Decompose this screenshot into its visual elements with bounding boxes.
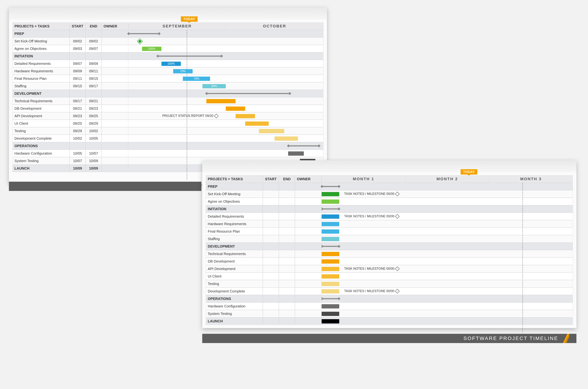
accent-icon bbox=[562, 334, 569, 343]
task-bar[interactable]: 20% bbox=[203, 84, 226, 88]
gantt-cell: 70% bbox=[128, 67, 323, 75]
task-owner bbox=[295, 288, 322, 295]
gantt-cell bbox=[128, 90, 323, 97]
gantt-cell bbox=[322, 310, 573, 317]
task-row[interactable]: System Testing bbox=[206, 310, 573, 317]
section-row[interactable]: PREP bbox=[206, 183, 573, 190]
task-bar[interactable]: 70% bbox=[183, 77, 210, 81]
task-bar[interactable] bbox=[322, 282, 339, 286]
task-end bbox=[86, 142, 102, 150]
task-bar[interactable]: 100% bbox=[142, 47, 161, 51]
task-row[interactable]: Hardware Requirements09/0909/1170% bbox=[12, 67, 323, 75]
task-row[interactable]: Agree on Objectives bbox=[206, 198, 573, 205]
task-row[interactable]: Hardware Configuration10/0510/07 bbox=[12, 150, 323, 157]
milestone-note: TASK NOTES / MILESTONE 00/00 bbox=[344, 267, 399, 271]
task-end: 09/25 bbox=[86, 112, 102, 120]
task-end bbox=[279, 280, 295, 288]
task-name: Development Complete bbox=[206, 288, 263, 295]
task-row[interactable]: Testing09/2910/02 bbox=[12, 127, 323, 135]
task-name: UI Client bbox=[206, 272, 263, 280]
task-bar[interactable] bbox=[322, 252, 339, 256]
section-row[interactable]: PREP bbox=[12, 30, 323, 37]
task-row[interactable]: API DevelopmentTASK NOTES / MILESTONE 00… bbox=[206, 265, 573, 272]
task-bar[interactable] bbox=[322, 274, 339, 279]
task-row[interactable]: Set Kick-Off MeetingTASK NOTES / MILESTO… bbox=[206, 190, 573, 198]
section-row[interactable]: INITIATION bbox=[206, 205, 573, 213]
task-bar[interactable] bbox=[322, 304, 339, 308]
task-row[interactable]: Technical Requirements bbox=[206, 250, 573, 258]
task-name: Hardware Requirements bbox=[206, 220, 263, 228]
task-start: 09/25 bbox=[69, 120, 86, 127]
task-row[interactable]: Hardware Configuration bbox=[206, 302, 573, 310]
task-row[interactable]: UI Client09/2509/29 bbox=[12, 120, 323, 127]
task-bar[interactable] bbox=[322, 267, 339, 271]
gantt-table-1: PROJECTS + TASKSSTARTENDOWNERSEPTEMBEROC… bbox=[12, 22, 323, 172]
task-row[interactable]: Final Resource Plan bbox=[206, 228, 573, 235]
task-end bbox=[279, 272, 295, 280]
task-bar[interactable] bbox=[322, 289, 339, 293]
task-start bbox=[263, 213, 279, 220]
task-row[interactable]: Development CompleteTASK NOTES / MILESTO… bbox=[206, 288, 573, 295]
task-bar[interactable] bbox=[245, 122, 269, 126]
task-bar[interactable] bbox=[322, 214, 339, 219]
task-start bbox=[263, 317, 279, 325]
task-bar[interactable] bbox=[259, 129, 284, 133]
task-bar[interactable] bbox=[288, 151, 304, 156]
gantt-cell bbox=[128, 127, 323, 135]
task-bar[interactable]: 70% bbox=[173, 69, 193, 73]
task-bar[interactable] bbox=[322, 192, 339, 196]
task-row[interactable]: Agree on Objectives09/0309/07100% bbox=[12, 45, 323, 52]
task-start bbox=[263, 310, 279, 317]
task-name: Set Kick-Off Meeting bbox=[206, 190, 263, 198]
section-row[interactable]: DEVELOPMENT bbox=[206, 243, 573, 250]
gantt-cell bbox=[128, 150, 323, 157]
task-start: 09/03 bbox=[69, 45, 86, 52]
task-bar[interactable] bbox=[226, 106, 245, 111]
milestone-icon[interactable] bbox=[137, 39, 142, 44]
task-bar[interactable] bbox=[322, 229, 339, 234]
section-row[interactable]: OPERATIONS bbox=[206, 295, 573, 302]
task-bar[interactable]: 100% bbox=[161, 62, 181, 66]
gantt-cell: TASK NOTES / MILESTONE 00/00 bbox=[322, 288, 573, 295]
task-bar[interactable] bbox=[322, 222, 339, 226]
task-row[interactable]: Detailed RequirementsTASK NOTES / MILEST… bbox=[206, 213, 573, 220]
section-row[interactable]: INITIATION bbox=[12, 52, 323, 60]
task-bar[interactable] bbox=[322, 259, 339, 264]
task-bar[interactable] bbox=[322, 312, 339, 316]
task-row[interactable]: Hardware Requirements bbox=[206, 220, 573, 228]
task-end: 10/07 bbox=[86, 150, 102, 157]
task-end: 09/15 bbox=[86, 75, 102, 82]
task-bar[interactable] bbox=[322, 199, 339, 204]
task-row[interactable]: Staffing09/1509/1720% bbox=[12, 82, 323, 90]
task-bar[interactable] bbox=[322, 319, 339, 324]
task-bar[interactable] bbox=[275, 136, 298, 141]
section-row[interactable]: LAUNCH bbox=[206, 317, 573, 325]
task-start: 10/09 bbox=[69, 164, 86, 172]
task-row[interactable]: Final Resource Plan09/1109/1570% bbox=[12, 75, 323, 82]
section-row[interactable]: DEVELOPMENT bbox=[12, 90, 323, 97]
task-row[interactable]: API Development09/2309/25PROJECT STATUS … bbox=[12, 112, 323, 120]
task-row[interactable]: Detailed Requirements09/0709/09100% bbox=[12, 60, 323, 67]
task-end: 10/09 bbox=[86, 164, 102, 172]
task-row[interactable]: Technical Requirements09/1709/21 bbox=[12, 97, 323, 105]
task-row[interactable]: DB Development bbox=[206, 258, 573, 265]
task-row[interactable]: Development Complete10/0210/05 bbox=[12, 135, 323, 142]
card1-footer-bar bbox=[9, 182, 201, 191]
task-owner bbox=[102, 150, 128, 157]
task-bar[interactable] bbox=[236, 114, 255, 118]
task-bar[interactable] bbox=[206, 99, 236, 103]
task-row[interactable]: DB Development09/2109/23 bbox=[12, 105, 323, 112]
task-row[interactable]: Testing bbox=[206, 280, 573, 288]
task-row[interactable]: UI Client bbox=[206, 272, 573, 280]
task-row[interactable]: Set Kick-Off Meeting09/0209/02 bbox=[12, 37, 323, 45]
task-start: 09/29 bbox=[69, 127, 86, 135]
gantt-card-monthly: TODAY PROJECTS + TASKSSTARTENDOWNERMONTH… bbox=[202, 160, 576, 328]
page-title: SOFTWARE PROJECT TIMELINE bbox=[463, 336, 558, 341]
section-row[interactable]: OPERATIONS bbox=[12, 142, 323, 150]
task-end bbox=[279, 235, 295, 243]
summary-bar bbox=[158, 56, 222, 57]
task-start: 09/17 bbox=[69, 97, 86, 105]
task-name: Hardware Configuration bbox=[12, 150, 69, 157]
task-row[interactable]: Staffing bbox=[206, 235, 573, 243]
task-bar[interactable] bbox=[322, 237, 339, 241]
